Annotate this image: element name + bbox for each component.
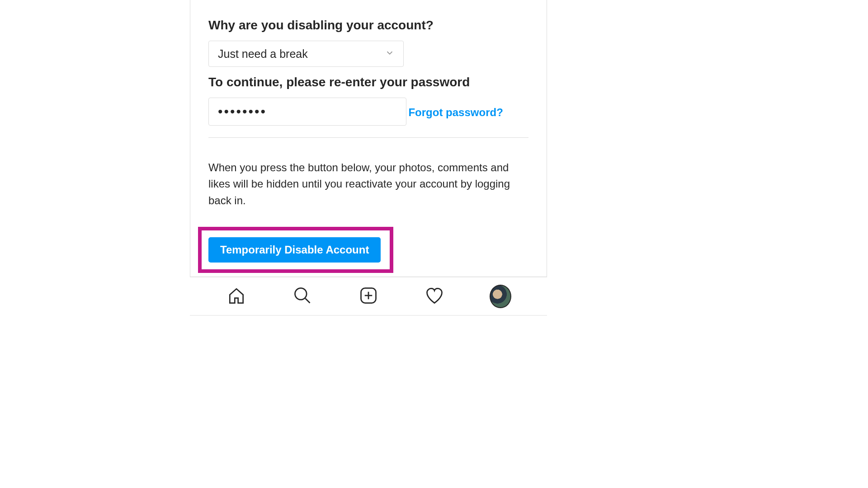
home-icon xyxy=(226,286,246,307)
avatar xyxy=(490,285,511,308)
password-heading: To continue, please re-enter your passwo… xyxy=(208,75,528,89)
reason-select[interactable]: Just need a break xyxy=(208,41,404,67)
forgot-password-link[interactable]: Forgot password? xyxy=(408,106,503,119)
plus-icon xyxy=(359,286,378,307)
disable-account-page: Why are you disabling your account? Just… xyxy=(190,0,547,316)
nav-search[interactable] xyxy=(292,286,313,307)
bottom-nav xyxy=(190,277,547,316)
reason-select-value: Just need a break xyxy=(208,41,404,67)
nav-activity[interactable] xyxy=(424,286,445,307)
divider xyxy=(208,137,528,138)
heart-icon xyxy=(425,286,444,307)
content-panel: Why are you disabling your account? Just… xyxy=(190,0,547,277)
nav-home[interactable] xyxy=(226,286,247,307)
info-text: When you press the button below, your ph… xyxy=(208,160,528,209)
nav-profile[interactable] xyxy=(490,286,511,307)
button-highlight: Temporarily Disable Account xyxy=(198,227,393,273)
search-icon xyxy=(292,286,312,307)
temporarily-disable-button[interactable]: Temporarily Disable Account xyxy=(208,237,381,263)
reason-heading: Why are you disabling your account? xyxy=(208,18,528,33)
svg-point-0 xyxy=(295,288,307,300)
svg-line-1 xyxy=(305,298,310,303)
password-input[interactable] xyxy=(208,98,406,126)
nav-create[interactable] xyxy=(358,286,379,307)
